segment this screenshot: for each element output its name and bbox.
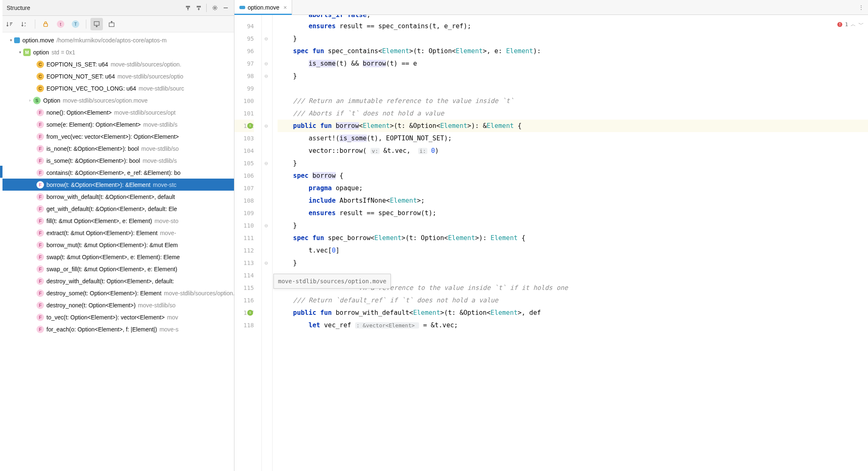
line-number[interactable]: 114 <box>234 269 254 282</box>
tree-item[interactable]: Fsome(e: Element): Option<Element>move-s… <box>0 118 234 130</box>
fold-icon[interactable]: ⊖ <box>264 260 268 266</box>
sort-icon[interactable] <box>3 18 16 30</box>
code-line[interactable]: spec borrow { <box>278 169 868 182</box>
fold-cell[interactable] <box>262 207 272 219</box>
line-number[interactable]: 104 <box>234 145 254 157</box>
fold-cell[interactable] <box>262 244 272 257</box>
line-number[interactable]: 112 <box>234 244 254 257</box>
tab-more-icon[interactable]: ⋮ <box>854 0 868 15</box>
tree-item[interactable]: Fnone(): Option<Element>move-stdlib/sour… <box>0 106 234 118</box>
line-number[interactable]: 116 <box>234 294 254 307</box>
line-number[interactable]: 101 <box>234 107 254 120</box>
gutter-mark-icon[interactable]: s <box>247 310 253 316</box>
line-number[interactable]: 109 <box>234 207 254 219</box>
code-line[interactable]: t.vec[0] <box>278 244 868 257</box>
code-line[interactable]: public fun borrow_with_default<Element>(… <box>278 307 868 319</box>
tab-option-move[interactable]: option.move × <box>234 0 292 15</box>
fold-cell[interactable] <box>262 169 272 182</box>
fold-cell[interactable] <box>262 15 272 20</box>
fold-cell[interactable] <box>262 194 272 207</box>
tree-item[interactable]: Fextract(t: &mut Option<Element>): Eleme… <box>0 227 234 239</box>
fold-icon[interactable]: ⊖ <box>264 123 268 129</box>
code-line[interactable]: public fun borrow<Element>(t: &Option<El… <box>278 120 868 132</box>
tree-item[interactable]: Fborrow(t: &Option<Element>): &Elementmo… <box>0 179 234 191</box>
fold-cell[interactable] <box>262 145 272 157</box>
line-number[interactable]: 102s <box>234 120 254 132</box>
code-line[interactable]: /// Return an immutable reference to the… <box>278 95 868 107</box>
fold-cell[interactable] <box>262 107 272 120</box>
tree-item[interactable]: CEOPTION_VEC_TOO_LONG: u64move-stdlib/so… <box>0 82 234 94</box>
line-number[interactable]: 94 <box>234 20 254 32</box>
fold-cell[interactable] <box>262 319 272 331</box>
fold-cell[interactable]: ⊖ <box>262 219 272 232</box>
code-line[interactable]: pragma opaque; <box>278 182 868 194</box>
line-number[interactable] <box>234 15 254 20</box>
line-number[interactable]: 95 <box>234 32 254 45</box>
code-line[interactable]: /// Aborts if `t` does not hold a value <box>278 107 868 120</box>
fold-gutter[interactable]: ⊖⊖⊖⊖⊖⊖⊖ <box>262 15 273 471</box>
fold-icon[interactable]: ⊖ <box>264 61 268 66</box>
fold-cell[interactable] <box>262 20 272 32</box>
code-line[interactable]: let vec_ref : &vector<Element> = &t.vec; <box>278 319 868 331</box>
fold-cell[interactable] <box>262 95 272 107</box>
minimize-icon[interactable] <box>221 3 231 13</box>
fold-cell[interactable]: ⊖ <box>262 32 272 45</box>
fold-cell[interactable]: ⊖ <box>262 57 272 70</box>
fold-icon[interactable]: ⊖ <box>264 223 268 228</box>
line-number[interactable]: 105 <box>234 157 254 169</box>
filter-t-blue[interactable]: T <box>69 18 82 30</box>
line-number[interactable]: 108 <box>234 194 254 207</box>
line-number[interactable]: 97 <box>234 57 254 70</box>
tree-item[interactable]: Fdestroy_some(t: Option<Element>): Eleme… <box>0 287 234 299</box>
tree-item[interactable]: CEOPTION_IS_SET: u64move-stdlib/sources/… <box>0 58 234 70</box>
line-number[interactable]: 107 <box>234 182 254 194</box>
close-icon[interactable]: × <box>283 4 287 11</box>
autoscroll-to-source-icon[interactable] <box>90 18 103 30</box>
line-number[interactable]: 115 <box>234 282 254 294</box>
fold-cell[interactable] <box>262 307 272 319</box>
sort-alpha-icon[interactable]: az <box>18 18 31 30</box>
tree-item[interactable]: Ffill(t: &mut Option<Element>, e: Elemen… <box>0 215 234 227</box>
tree-item[interactable]: Ffor_each(o: Option<Element>, f: |Elemen… <box>0 323 234 335</box>
next-error-icon[interactable]: ﹀ <box>858 18 864 31</box>
code-line[interactable]: spec fun spec_borrow<Element>(t: Option<… <box>278 232 868 244</box>
gear-icon[interactable] <box>210 3 220 13</box>
line-number[interactable]: 106 <box>234 169 254 182</box>
fold-icon[interactable]: ⊖ <box>264 74 268 79</box>
fold-cell[interactable]: ⊖ <box>262 157 272 169</box>
code-line[interactable]: /// Return `default_ref` if `t` does not… <box>278 294 868 307</box>
fold-cell[interactable] <box>262 45 272 57</box>
line-number[interactable]: 118 <box>234 319 254 331</box>
tree-item[interactable]: Fdestroy_with_default(t: Option<Element>… <box>0 275 234 287</box>
tree-item[interactable]: Fborrow_with_default(t: &Option<Element>… <box>0 191 234 203</box>
fold-cell[interactable] <box>262 232 272 244</box>
tree-item[interactable]: ›SOptionmove-stdlib/sources/option.move <box>0 94 234 106</box>
fold-cell[interactable] <box>262 132 272 145</box>
tree-item[interactable]: Fswap_or_fill(t: &mut Option<Element>, e… <box>0 263 234 275</box>
fold-cell[interactable] <box>262 182 272 194</box>
code-area[interactable]: aborts_if false; ensures result == spec_… <box>273 15 868 471</box>
code-line[interactable]: } <box>278 32 868 45</box>
tree-item[interactable]: Ffrom_vec(vec: vector<Element>): Option<… <box>0 130 234 142</box>
code-line[interactable]: aborts_if false; <box>278 15 868 20</box>
code-line[interactable] <box>278 82 868 95</box>
tree-file-row[interactable]: ▾option.move/home/mkurnikov/code/aptos-c… <box>0 34 234 46</box>
code-line[interactable]: ensures result == spec_borrow(t); <box>278 207 868 219</box>
collapse-all-icon[interactable] <box>194 3 204 13</box>
line-number[interactable]: 100 <box>234 95 254 107</box>
code-line[interactable]: } <box>278 219 868 232</box>
code-line[interactable]: } <box>278 70 868 82</box>
fold-icon[interactable]: ⊖ <box>264 36 268 42</box>
tree-item[interactable]: Fis_none(t: &Option<Element>): boolmove-… <box>0 142 234 155</box>
fold-cell[interactable] <box>262 82 272 95</box>
code-line[interactable]: include AbortsIfNone<Element>; <box>278 194 868 207</box>
tree-item[interactable]: Fis_some(t: &Option<Element>): boolmove-… <box>0 155 234 167</box>
tree-item[interactable]: Fto_vec(t: Option<Element>): vector<Elem… <box>0 311 234 323</box>
line-number[interactable]: 113 <box>234 257 254 269</box>
code-line[interactable]: spec fun spec_contains<Element>(t: Optio… <box>278 45 868 57</box>
structure-tree[interactable]: ▾option.move/home/mkurnikov/code/aptos-c… <box>0 32 234 471</box>
expand-all-icon[interactable] <box>183 3 193 13</box>
line-number[interactable]: 98 <box>234 70 254 82</box>
code-line[interactable]: vector::borrow( v: &t.vec, i: 0) <box>278 145 868 157</box>
fold-cell[interactable] <box>262 269 272 282</box>
